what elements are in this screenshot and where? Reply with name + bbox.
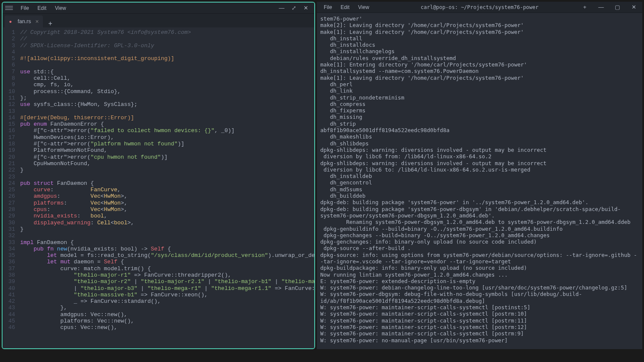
code-area[interactable]: 1234567891011121314151617181920212223242… xyxy=(3,27,314,348)
maximize-icon[interactable]: ⤢ xyxy=(288,3,300,13)
term-menu-file[interactable]: File xyxy=(319,3,336,11)
code-body[interactable]: // Copyright 2018-2021 System76 <info@sy… xyxy=(18,27,314,348)
tab-label: fan.rs xyxy=(18,18,31,24)
term-maximize-icon[interactable]: ▢ xyxy=(611,3,623,12)
terminal-window: File Edit View carl@pop-os: ~/Projects/s… xyxy=(317,2,642,349)
term-minimize-icon[interactable]: — xyxy=(595,3,607,12)
editor-window: File Edit View — ⤢ ✕ 📁 Open project ▾sys… xyxy=(2,2,315,349)
new-tab-icon[interactable]: + xyxy=(579,3,591,12)
menu-file[interactable]: File xyxy=(16,4,33,12)
tab-close-icon[interactable]: × xyxy=(35,18,39,25)
menu-view[interactable]: View xyxy=(51,4,70,12)
rust-file-icon: ● xyxy=(9,19,15,24)
terminal-menubar: File Edit View carl@pop-os: ~/Projects/s… xyxy=(317,2,642,13)
editor-menubar: File Edit View — ⤢ ✕ xyxy=(3,3,314,14)
terminal-output[interactable]: stem76-power' make[2]: Leaving directory… xyxy=(317,13,642,349)
new-tab-button[interactable]: + xyxy=(44,20,56,27)
term-menu-view[interactable]: View xyxy=(354,3,374,11)
code-editor: ● fan.rs × + 123456789101112131415161718… xyxy=(3,14,314,348)
term-close-icon[interactable]: ✕ xyxy=(628,3,640,12)
terminal-title: carl@pop-os: ~/Projects/system76-power xyxy=(421,4,539,10)
close-icon[interactable]: ✕ xyxy=(300,3,312,13)
menu-edit[interactable]: Edit xyxy=(33,4,51,12)
tab-bar: ● fan.rs × + xyxy=(3,14,314,27)
line-gutter: 1234567891011121314151617181920212223242… xyxy=(3,27,18,348)
minimize-icon[interactable]: — xyxy=(276,3,288,13)
term-menu-edit[interactable]: Edit xyxy=(336,3,354,11)
tab-fan-rs[interactable]: ● fan.rs × xyxy=(5,15,43,27)
hamburger-icon[interactable] xyxy=(5,4,13,12)
